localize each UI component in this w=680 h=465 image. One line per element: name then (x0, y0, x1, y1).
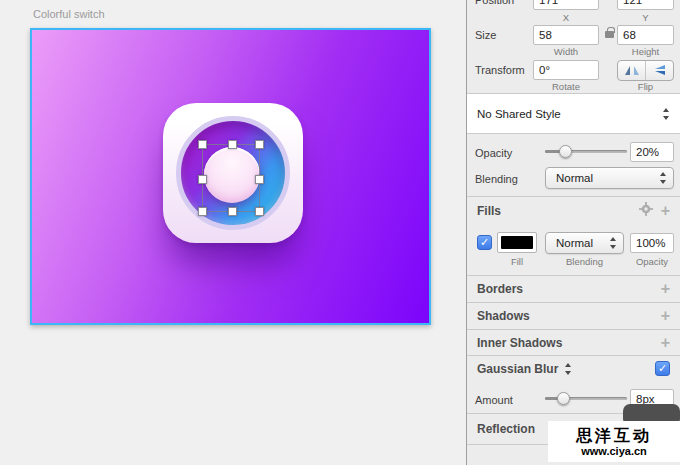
gaussian-blur-header-label: Gaussian Blur (477, 362, 558, 376)
position-x-sublabel: X (533, 12, 599, 23)
rotate-input[interactable]: 0° (533, 60, 599, 80)
flip-horizontal-button[interactable] (618, 61, 645, 80)
shared-style-selector[interactable]: No Shared Style (467, 94, 680, 134)
add-shadow-icon[interactable]: + (661, 308, 670, 324)
position-y-input[interactable]: 121 (617, 0, 674, 10)
flip-sublabel: Flip (617, 81, 674, 92)
watermark-title: 思洋互动 (576, 427, 652, 445)
add-fill-icon[interactable]: + (661, 203, 670, 219)
fill-opacity-input[interactable]: 100% (630, 233, 674, 253)
selection-handle-mid-right[interactable] (255, 175, 264, 184)
inner-shadows-header-label: Inner Shadows (477, 336, 562, 350)
selection-handle-top-left[interactable] (198, 140, 207, 149)
artboard-title[interactable]: Colorful switch (33, 8, 105, 20)
opacity-value-input[interactable]: 20% (630, 142, 674, 162)
watermark: 思洋互动 www.ciya.cn (548, 421, 680, 462)
switch-icon-artwork[interactable] (163, 103, 303, 243)
selection-bounding-box[interactable] (202, 144, 260, 212)
position-y-sublabel: Y (617, 12, 674, 23)
blending-label: Blending (475, 173, 518, 185)
amount-label: Amount (475, 394, 513, 406)
stepper-arrows-icon (609, 237, 617, 249)
add-border-icon[interactable]: + (661, 281, 670, 297)
borders-section-header: Borders + (467, 276, 680, 302)
size-height-sublabel: Height (617, 46, 674, 57)
transform-label: Transform (475, 64, 525, 76)
size-height-input[interactable]: 68 (617, 25, 674, 45)
blending-value: Normal (556, 172, 593, 184)
add-inner-shadow-icon[interactable]: + (661, 335, 670, 351)
position-x-input[interactable]: 171 (533, 0, 599, 10)
flip-vertical-button[interactable] (645, 61, 673, 80)
shared-style-value: No Shared Style (477, 108, 561, 120)
amount-slider[interactable] (545, 392, 627, 405)
selection-handle-bottom-right[interactable] (255, 207, 264, 216)
inspector-panel: Position 171 121 X Y Size 58 68 Width He… (466, 0, 680, 465)
fill-color-swatch[interactable] (497, 232, 537, 253)
opacity-slider[interactable] (545, 145, 627, 158)
borders-header-label: Borders (477, 282, 523, 296)
selection-handle-bottom-left[interactable] (198, 207, 207, 216)
fill-blending-dropdown[interactable]: Normal (545, 232, 624, 254)
shadows-section-header: Shadows + (467, 303, 680, 329)
opacity-label: Opacity (475, 147, 512, 159)
flip-vertical-icon (653, 62, 667, 80)
selection-handle-mid-left[interactable] (198, 175, 207, 184)
fill-blending-value: Normal (556, 237, 593, 249)
selection-handle-top-mid[interactable] (228, 140, 237, 149)
selection-handle-bottom-mid[interactable] (228, 207, 237, 216)
reflection-header-label: Reflection (477, 422, 535, 436)
artboard[interactable] (30, 28, 431, 325)
blending-dropdown[interactable]: Normal (545, 167, 674, 189)
fills-header-label: Fills (477, 204, 501, 218)
fill-color-black (501, 236, 533, 249)
lock-icon[interactable] (605, 31, 614, 38)
fill-enabled-checkbox[interactable]: ✓ (477, 235, 492, 250)
blur-type-stepper-icon[interactable] (564, 363, 572, 375)
fill-sublabel: Fill (497, 256, 537, 267)
shadows-header-label: Shadows (477, 309, 530, 323)
rotate-sublabel: Rotate (533, 81, 599, 92)
gear-icon[interactable] (639, 202, 653, 219)
app-window: Colorful switch Position 171 (0, 0, 680, 465)
position-label: Position (475, 0, 514, 6)
size-width-sublabel: Width (533, 46, 599, 57)
flip-horizontal-icon (624, 62, 640, 80)
amount-slider-thumb[interactable] (557, 392, 570, 405)
selection-handle-top-right[interactable] (255, 140, 264, 149)
gaussian-blur-section-header: Gaussian Blur (467, 356, 680, 382)
stepper-arrows-icon (662, 108, 670, 120)
size-label: Size (475, 29, 496, 41)
size-width-input[interactable]: 58 (533, 25, 599, 45)
fill-blending-sublabel: Blending (545, 256, 624, 267)
fill-opacity-sublabel: Opacity (630, 256, 674, 267)
inner-shadows-section-header: Inner Shadows + (467, 330, 680, 355)
fills-section-header: Fills + (467, 197, 680, 224)
watermark-url: www.ciya.cn (581, 445, 647, 457)
gaussian-blur-checkbox[interactable]: ✓ (655, 361, 670, 376)
opacity-slider-thumb[interactable] (559, 145, 572, 158)
flip-control (617, 60, 674, 81)
canvas-area[interactable]: Colorful switch (0, 0, 467, 465)
stepper-arrows-icon (659, 172, 667, 184)
